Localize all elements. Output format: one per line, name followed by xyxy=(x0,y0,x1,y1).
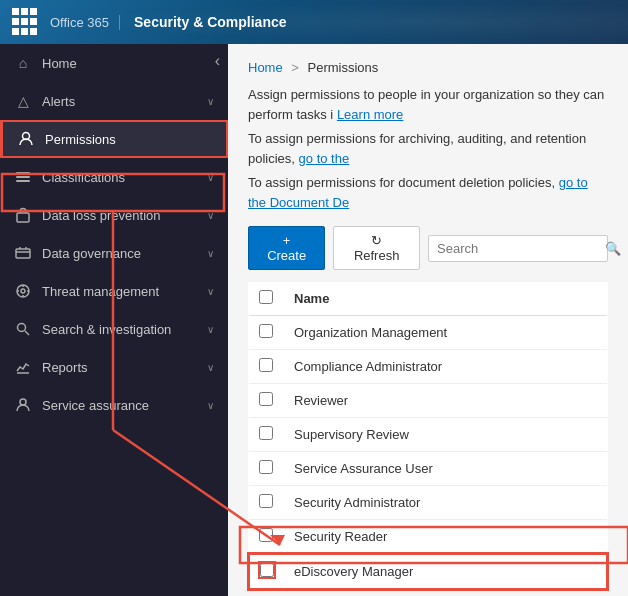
search-input[interactable] xyxy=(437,241,605,256)
top-header: Office 365 Security & Compliance xyxy=(0,0,628,44)
service-assurance-icon xyxy=(14,396,32,414)
sidebar: ‹ ⌂ Home △ Alerts ∨ Permissions xyxy=(0,44,228,596)
table-row: eDiscovery Manager xyxy=(249,554,607,589)
chevron-down-icon: ∨ xyxy=(207,172,214,183)
sidebar-item-label: Search & investigation xyxy=(42,322,207,337)
row-checkbox[interactable] xyxy=(259,426,273,440)
learn-more-link[interactable]: Learn more xyxy=(337,107,403,122)
sidebar-item-service-assurance[interactable]: Service assurance ∨ xyxy=(0,386,228,424)
sidebar-item-classifications[interactable]: Classifications ∨ xyxy=(0,158,228,196)
table-row: Service Assurance User xyxy=(249,452,607,486)
row-checkbox[interactable] xyxy=(259,358,273,372)
create-button[interactable]: + Create xyxy=(248,226,325,270)
svg-rect-4 xyxy=(17,213,29,222)
reports-icon xyxy=(14,358,32,376)
permission-name: eDiscovery Manager xyxy=(284,554,607,589)
chevron-down-icon: ∨ xyxy=(207,400,214,411)
chevron-down-icon: ∨ xyxy=(207,324,214,335)
chevron-down-icon: ∨ xyxy=(207,210,214,221)
svg-point-7 xyxy=(21,289,25,293)
home-icon: ⌂ xyxy=(14,54,32,72)
sidebar-item-label: Service assurance xyxy=(42,398,207,413)
permission-name: Compliance Administrator xyxy=(284,350,607,384)
sidebar-item-label: Data loss prevention xyxy=(42,208,207,223)
toolbar: + Create ↻ Refresh 🔍 xyxy=(248,226,608,270)
chevron-down-icon: ∨ xyxy=(207,96,214,107)
permission-name: Security Reader xyxy=(284,520,607,555)
sidebar-item-label: Reports xyxy=(42,360,207,375)
sidebar-item-reports[interactable]: Reports ∨ xyxy=(0,348,228,386)
sidebar-item-label: Alerts xyxy=(42,94,207,109)
sidebar-item-label: Home xyxy=(42,56,214,71)
chevron-down-icon: ∨ xyxy=(207,286,214,297)
permission-name: Supervisory Review xyxy=(284,418,607,452)
sidebar-item-label: Classifications xyxy=(42,170,207,185)
select-all-checkbox[interactable] xyxy=(259,290,273,304)
permission-name: Reviewer xyxy=(284,384,607,418)
description-line3: To assign permissions for document delet… xyxy=(248,173,608,212)
row-checkbox[interactable] xyxy=(259,528,273,542)
table-row: Security Reader xyxy=(249,520,607,555)
permissions-table: Name Organization ManagementCompliance A… xyxy=(248,282,608,590)
archiving-link[interactable]: go to the xyxy=(299,151,350,166)
sidebar-item-label: Permissions xyxy=(45,132,214,147)
row-checkbox[interactable] xyxy=(259,494,273,508)
table-row: Security Administrator xyxy=(249,486,607,520)
dlp-icon xyxy=(14,206,32,224)
sidebar-item-home[interactable]: ⌂ Home xyxy=(0,44,228,82)
header-checkbox-cell xyxy=(249,282,284,316)
description-line1: Assign permissions to people in your org… xyxy=(248,85,608,124)
chevron-down-icon: ∨ xyxy=(207,362,214,373)
breadcrumb-separator: > xyxy=(291,60,299,75)
waffle-icon[interactable] xyxy=(12,8,40,36)
search-box: 🔍 xyxy=(428,235,608,262)
row-checkbox[interactable] xyxy=(259,392,273,406)
table-row: Organization Management xyxy=(249,316,607,350)
main-content: Home > Permissions Assign permissions to… xyxy=(228,44,628,596)
sidebar-item-label: Data governance xyxy=(42,246,207,261)
permissions-icon xyxy=(17,130,35,148)
sidebar-item-data-loss-prevention[interactable]: Data loss prevention ∨ xyxy=(0,196,228,234)
row-checkbox[interactable] xyxy=(259,324,273,338)
permission-name: Service Assurance User xyxy=(284,452,607,486)
breadcrumb: Home > Permissions xyxy=(248,60,608,75)
sidebar-item-data-governance[interactable]: Data governance ∨ xyxy=(0,234,228,272)
main-layout: ‹ ⌂ Home △ Alerts ∨ Permissions xyxy=(0,44,628,596)
sidebar-item-permissions[interactable]: Permissions xyxy=(0,120,228,158)
description-line2: To assign permissions for archiving, aud… xyxy=(248,129,608,168)
table-row: Compliance Administrator xyxy=(249,350,607,384)
permission-name: Organization Management xyxy=(284,316,607,350)
svg-point-11 xyxy=(20,399,26,405)
refresh-button[interactable]: ↻ Refresh xyxy=(333,226,420,270)
sidebar-item-search-investigation[interactable]: Search & investigation ∨ xyxy=(0,310,228,348)
breadcrumb-current: Permissions xyxy=(308,60,379,75)
alerts-icon: △ xyxy=(14,92,32,110)
permission-name: Security Administrator xyxy=(284,486,607,520)
service-name: Security & Compliance xyxy=(134,14,287,30)
sidebar-item-threat-management[interactable]: Threat management ∨ xyxy=(0,272,228,310)
chevron-down-icon: ∨ xyxy=(207,248,214,259)
sidebar-item-label: Threat management xyxy=(42,284,207,299)
classifications-icon xyxy=(14,168,32,186)
svg-rect-3 xyxy=(16,180,30,182)
table-row: Supervisory Review xyxy=(249,418,607,452)
name-column-header: Name xyxy=(284,282,607,316)
row-checkbox[interactable] xyxy=(260,563,274,577)
breadcrumb-home[interactable]: Home xyxy=(248,60,283,75)
svg-line-9 xyxy=(25,331,29,335)
svg-rect-2 xyxy=(16,176,30,178)
svg-rect-1 xyxy=(16,172,30,174)
data-governance-icon xyxy=(14,244,32,262)
search-investigation-icon xyxy=(14,320,32,338)
svg-rect-5 xyxy=(16,249,30,258)
threat-icon xyxy=(14,282,32,300)
table-row: Reviewer xyxy=(249,384,607,418)
svg-point-8 xyxy=(18,324,26,332)
row-checkbox[interactable] xyxy=(259,460,273,474)
sidebar-item-alerts[interactable]: △ Alerts ∨ xyxy=(0,82,228,120)
search-icon: 🔍 xyxy=(605,241,621,256)
app-name: Office 365 xyxy=(50,15,120,30)
